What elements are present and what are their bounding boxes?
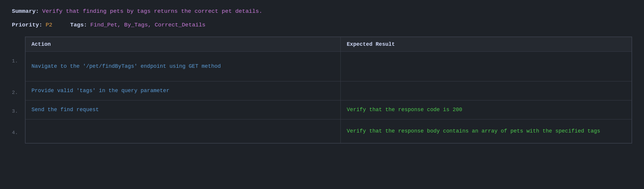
steps-table: Action Expected Result Navigate to the '… [25, 37, 632, 143]
step-number-3: 3. [12, 102, 25, 121]
result-cell-1 [341, 51, 632, 81]
table-row: Navigate to the '/pet/findByTags' endpoi… [26, 51, 632, 81]
step-number-4: 4. [12, 121, 25, 145]
steps-section: 1. 2. 3. 4. Action Expected Result Navig… [12, 37, 632, 145]
action-cell-4 [26, 119, 341, 143]
priority-val: P2 [45, 22, 52, 28]
priority-label: Priority: [12, 22, 42, 28]
result-cell-2 [341, 81, 632, 100]
header-action: Action [26, 37, 341, 51]
step-number-2: 2. [12, 83, 25, 102]
table-row: Verify that the response body contains a… [26, 119, 632, 143]
summary-line: Summary: Verify that finding pets by tag… [12, 7, 632, 16]
result-cell-3: Verify that the response code is 200 [341, 100, 632, 119]
summary-label: Summary: [12, 8, 39, 15]
action-cell-3: Send the find request [26, 100, 341, 119]
result-cell-4: Verify that the response body contains a… [341, 119, 632, 143]
meta-row: Priority: P2 Tags: Find_Pet, By_Tags, Co… [12, 22, 632, 28]
meta-section: Summary: Verify that finding pets by tag… [12, 7, 632, 28]
table-header-row: Action Expected Result [26, 37, 632, 51]
table-wrap: Action Expected Result Navigate to the '… [25, 37, 632, 144]
step-number-1: 1. [12, 53, 25, 83]
step-numbers: 1. 2. 3. 4. [12, 37, 25, 145]
summary-value: Verify that finding pets by tags returns… [42, 8, 262, 15]
table-row: Provide valid 'tags' in the query parame… [26, 81, 632, 100]
action-cell-1: Navigate to the '/pet/findByTags' endpoi… [26, 51, 341, 81]
tags-val: Find_Pet, By_Tags, Correct_Details [90, 22, 206, 28]
action-cell-2: Provide valid 'tags' in the query parame… [26, 81, 341, 100]
tags-label: Tags: [70, 22, 87, 28]
header-result: Expected Result [341, 37, 632, 51]
table-row: Send the find request Verify that the re… [26, 100, 632, 119]
